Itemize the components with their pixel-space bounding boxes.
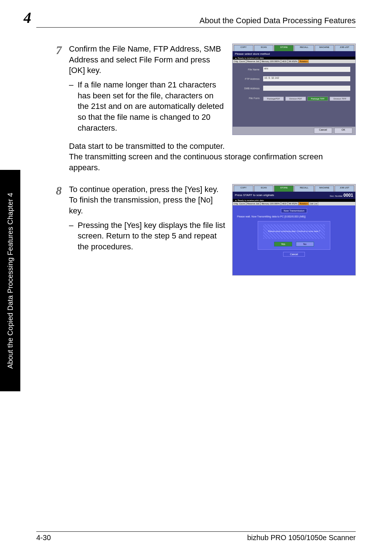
scr2-yesno-row: Yes No (274, 242, 314, 246)
scr1-status-text: Ready to receive print data (238, 57, 264, 59)
scr1-cancel-button[interactable]: Cancel (314, 128, 332, 134)
scr1-tab-machine[interactable]: MACHINE (315, 45, 334, 51)
step8-bullet: Pressing the [Yes] key displays the file… (78, 220, 226, 252)
scr2-st-6: Job List (309, 202, 319, 205)
step-number: 8 (47, 184, 69, 197)
scr2-banner-left: Press START to scan originals (235, 193, 274, 197)
scr1-filename-field[interactable]: abc (263, 67, 350, 72)
step7-followup: Data start to be transmitted to the comp… (69, 141, 356, 173)
scr1-smb-label: SMB Address (238, 87, 260, 90)
scr2-dotarea: Please store continuing data. Continue t… (263, 224, 325, 239)
step7-follow1: Data start to be transmitted to the comp… (69, 141, 356, 152)
scr2-st-0: Orig. Count (233, 202, 246, 205)
step-7: 7 Confirm the File Name, FTP Address, SM… (47, 44, 356, 137)
scr1-tab-scan[interactable]: SCAN (254, 45, 274, 51)
product-name: bizhub PRO 1050/1050e Scanner (247, 534, 356, 542)
scr1-body: File Name abc FTP Address 10. 0. 32.142 … (233, 63, 355, 127)
step7-bullet: If a file name longer than 21 characters… (78, 79, 226, 133)
scr2-status-text: Ready to receive print data (238, 199, 264, 201)
scr1-status-msg: ▲ Ready to receive print data (233, 57, 355, 60)
scr2-st-2: Memory 100.000% (260, 202, 281, 205)
scr1-ff-divisionpdf[interactable]: Division PDF (285, 97, 306, 101)
scr1-footer: Cancel OK (233, 127, 355, 135)
scr1-ff-packagetiff[interactable]: Package TIFF (307, 97, 328, 101)
scr1-ftp-label: FTP Address (238, 78, 260, 80)
scr2-tab-copy[interactable]: COPY (234, 185, 253, 192)
side-tab: About the Copied Data Processing Feature… (0, 170, 20, 391)
scr1-status-bar: Orig. Count Reserve Job Memory 100.000% … (233, 60, 355, 63)
scr2-docnum-label: Doc. Number (330, 195, 343, 197)
scr2-tab-scan[interactable]: SCAN (254, 185, 274, 192)
scr2-st-4: 99.952% (288, 202, 299, 205)
scr2-panel: Please store continuing data. Continue t… (258, 221, 330, 250)
screenshot-continue-storage: COPY SCAN STORE RECALL MACHINE JOB LIST … (232, 184, 356, 276)
manual-page: 4 About the Copied Data Processing Featu… (0, 0, 392, 555)
scr2-msg: Please wait. Now Transmitting data to PC… (237, 215, 351, 218)
page-title: About the Copied Data Processing Feature… (200, 16, 356, 25)
scr1-fileform-label: File Form (238, 97, 260, 99)
step-number: 7 (47, 44, 69, 57)
scr1-tab-store[interactable]: STORE (274, 45, 294, 51)
scr1-st-rotation: Rotation (298, 60, 309, 63)
scr2-banner: Press START to scan originals Doc. Numbe… (233, 192, 355, 199)
footer-rule (36, 531, 356, 532)
scr2-tab-recall[interactable]: RECALL (294, 185, 314, 192)
scr2-body: Now Transmission Please wait. Now Transm… (233, 205, 355, 275)
dash: – (69, 220, 78, 252)
scr1-st-2: Memory 100.000% (260, 60, 281, 63)
step8-intro: To continue operation, press the [Yes] k… (69, 184, 226, 216)
scr2-bar: Now Transmission (281, 208, 307, 213)
scr2-no-button[interactable]: No (296, 242, 314, 246)
scr1-st-3: HDD (281, 60, 288, 63)
scr1-smb-field[interactable] (263, 86, 350, 91)
dash: – (69, 79, 78, 133)
scr2-docnum-value: 0001 (343, 193, 353, 198)
scr2-status-msg: ▲ Ready to receive print data (233, 199, 355, 202)
scr1-ftp-field[interactable]: 10. 0. 32.142 (263, 76, 350, 81)
scr1-st-0: Orig. Count (233, 60, 246, 63)
scr1-banner: Please select store method (233, 51, 355, 57)
scr1-ff-packagepdf[interactable]: PackagePDF (263, 97, 284, 101)
scr1-st-1: Reserve Job (246, 60, 261, 63)
step7-intro: Confirm the File Name, FTP Address, SMB … (69, 44, 226, 76)
scr1-ff-divisiontiff[interactable]: Division TIFF (330, 97, 350, 101)
scr2-tab-joblist[interactable]: JOB LIST (335, 185, 354, 192)
step7-follow2: The transmitting screen and the continuo… (69, 151, 356, 173)
scr2-tab-machine[interactable]: MACHINE (315, 185, 334, 192)
scr2-cancel-button[interactable]: Cancel (283, 252, 305, 257)
scr2-yes-button[interactable]: Yes (274, 242, 292, 246)
scr2-banner-right: Doc. Number 0001 (330, 193, 353, 198)
scr1-tab-joblist[interactable]: JOB LIST (335, 45, 354, 51)
screenshot-store-method: COPY SCAN STORE RECALL MACHINE JOB LIST … (232, 44, 356, 135)
side-tab-text: About the Copied Data Processing Feature… (6, 193, 15, 369)
page-number: 4-30 (36, 534, 51, 542)
scr2-st-rotation: Rotation (298, 202, 309, 205)
scr1-filename-label: File Name (238, 68, 260, 71)
chapter-number: 4 (24, 9, 31, 26)
scr2-st-3: HDD (281, 202, 288, 205)
scr1-tab-copy[interactable]: COPY (234, 45, 253, 51)
scr2-tab-store[interactable]: STORE (274, 185, 294, 192)
scr2-status-bar: Orig. Count Reserve Job Memory 100.000% … (233, 202, 355, 205)
content-area: 7 Confirm the File Name, FTP Address, SM… (47, 44, 356, 286)
scr1-st-4: 99.952% (288, 60, 299, 63)
scr2-st-1: Reserve Job (246, 202, 261, 205)
scr2-tabs: COPY SCAN STORE RECALL MACHINE JOB LIST (233, 184, 355, 192)
scr1-tab-recall[interactable]: RECALL (294, 45, 314, 51)
scr1-ok-button[interactable]: OK (334, 128, 352, 134)
scr1-tabs: COPY SCAN STORE RECALL MACHINE JOB LIST (233, 44, 355, 51)
step-8: 8 To continue operation, press the [Yes]… (47, 184, 356, 276)
scr2-panel-text: Please store continuing data. Continue t… (268, 230, 320, 233)
header-rule (36, 27, 356, 28)
